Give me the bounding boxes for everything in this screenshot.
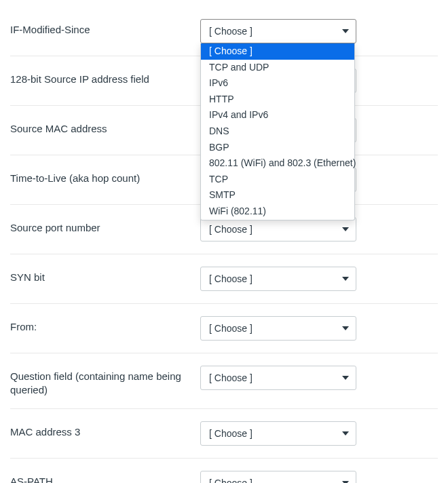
select-dropdown[interactable]: [ Choose ] (200, 267, 356, 291)
dropdown-option[interactable]: IPv6 (201, 75, 354, 92)
form-row: From:[ Choose ] (10, 304, 438, 353)
dropdown-option[interactable]: TCP and UDP (201, 60, 354, 76)
field-input-col: [ Choose ] (200, 217, 438, 242)
form-row: AS-PATH[ Choose ] (10, 459, 438, 483)
dropdown-option[interactable]: WiFi (802.11) (201, 204, 354, 220)
select-dropdown[interactable]: [ Choose ] (200, 217, 356, 242)
matching-form: IF-Modified-Since[ Choose ][ Choose ]TCP… (0, 0, 448, 483)
field-input-col: [ Choose ] (200, 421, 438, 446)
dropdown-option[interactable]: HTTP (201, 92, 354, 108)
chevron-down-icon (342, 227, 349, 231)
form-row: Question field (containing name being qu… (10, 353, 438, 409)
field-input-col: [ Choose ] (200, 366, 438, 390)
form-row: MAC address 3[ Choose ] (10, 409, 438, 459)
chevron-down-icon (342, 326, 349, 330)
select-value: [ Choose ] (209, 26, 253, 37)
chevron-down-icon (342, 29, 349, 33)
field-label: Source MAC address (10, 118, 200, 136)
field-input-col: [ Choose ] (200, 471, 438, 483)
field-label: Question field (containing name being qu… (10, 366, 200, 396)
dropdown-option[interactable]: BGP (201, 140, 354, 156)
dropdown-option[interactable]: SMTP (201, 187, 354, 204)
field-label: SYN bit (10, 267, 200, 284)
select-value: [ Choose ] (209, 478, 253, 483)
field-input-col: [ Choose ][ Choose ]TCP and UDPIPv6HTTPI… (200, 19, 438, 43)
field-label: AS-PATH (10, 471, 200, 483)
field-label: IF-Modified-Since (10, 19, 200, 37)
field-label: MAC address 3 (10, 421, 200, 439)
form-row: SYN bit[ Choose ] (10, 254, 438, 304)
dropdown-option[interactable]: IPv4 and IPv6 (201, 107, 354, 123)
select-dropdown[interactable]: [ Choose ] (200, 19, 356, 43)
select-dropdown[interactable]: [ Choose ] (200, 316, 356, 341)
field-input-col: [ Choose ] (200, 267, 438, 291)
field-label: From: (10, 316, 200, 334)
chevron-down-icon (342, 277, 349, 281)
select-dropdown[interactable]: [ Choose ] (200, 471, 356, 483)
select-value: [ Choose ] (209, 224, 253, 235)
select-value: [ Choose ] (209, 273, 253, 284)
dropdown-option[interactable]: TCP (201, 172, 354, 188)
dropdown-option[interactable]: DNS (201, 123, 354, 140)
select-value: [ Choose ] (209, 428, 253, 439)
chevron-down-icon (342, 376, 349, 380)
field-label: Source port number (10, 217, 200, 235)
form-row: IF-Modified-Since[ Choose ][ Choose ]TCP… (10, 7, 438, 56)
dropdown-option[interactable]: 802.11 (WiFi) and 802.3 (Ethernet) (201, 155, 354, 172)
field-label: 128-bit Source IP address field (10, 69, 200, 86)
select-dropdown[interactable]: [ Choose ] (200, 366, 356, 390)
field-input-col: [ Choose ] (200, 316, 438, 341)
chevron-down-icon (342, 431, 349, 436)
select-dropdown[interactable]: [ Choose ] (200, 421, 356, 446)
dropdown-panel: [ Choose ]TCP and UDPIPv6HTTPIPv4 and IP… (200, 43, 355, 220)
select-value: [ Choose ] (209, 372, 253, 383)
select-value: [ Choose ] (209, 323, 253, 334)
dropdown-option[interactable]: [ Choose ] (201, 43, 354, 60)
field-label: Time-to-Live (aka hop count) (10, 168, 200, 185)
